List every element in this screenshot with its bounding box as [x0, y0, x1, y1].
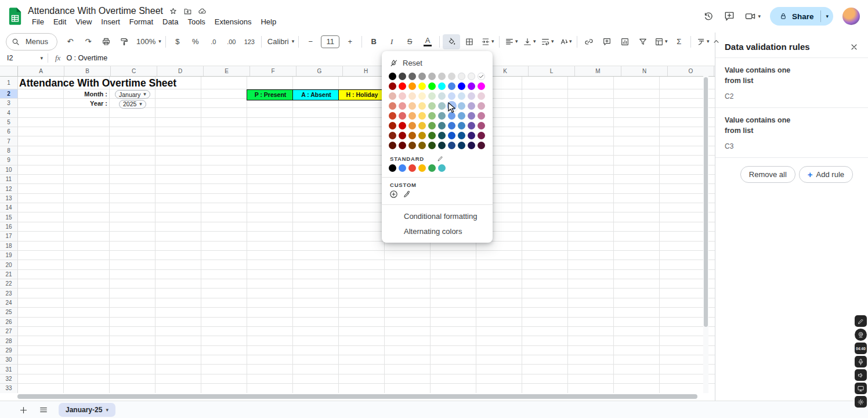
menu-extensions[interactable]: Extensions	[211, 17, 256, 27]
toolbar-merge-cells[interactable]: ▾	[479, 34, 496, 49]
color-swatch[interactable]	[408, 122, 416, 129]
toolbar-paint-format[interactable]	[115, 34, 133, 49]
color-swatch[interactable]	[418, 112, 426, 120]
row-header-3[interactable]: 3	[0, 99, 18, 108]
row-header-23[interactable]: 23	[0, 289, 18, 298]
color-swatch[interactable]	[458, 102, 465, 110]
toolbar-more-formats[interactable]: 123	[241, 34, 258, 49]
toolbar-horizontal-align[interactable]: ▾	[502, 34, 520, 49]
color-swatch[interactable]	[408, 92, 416, 100]
sheets-logo[interactable]	[8, 7, 22, 26]
color-swatch[interactable]	[468, 73, 475, 80]
menu-format[interactable]: Format	[125, 17, 157, 27]
column-header-B[interactable]: B	[64, 66, 111, 76]
grid-row[interactable]	[18, 242, 715, 251]
color-swatch[interactable]	[399, 82, 406, 90]
toolbar-format-percent[interactable]: %	[187, 34, 204, 49]
toolbar-menus[interactable]: Menus	[6, 33, 57, 51]
recorder-speaker-button[interactable]	[855, 369, 867, 381]
color-swatch[interactable]	[458, 73, 465, 80]
color-swatch[interactable]	[428, 73, 436, 80]
row-header-9[interactable]: 9	[0, 156, 18, 165]
year-dropdown[interactable]: 2025 ▾	[119, 100, 146, 109]
color-swatch[interactable]	[389, 142, 396, 149]
color-swatch[interactable]	[448, 82, 455, 90]
grid-row[interactable]	[18, 175, 715, 184]
row-header-29[interactable]: 29	[0, 346, 18, 355]
color-swatch[interactable]	[418, 92, 426, 100]
row-header-33[interactable]: 33	[0, 384, 18, 393]
grid-row[interactable]	[18, 260, 715, 269]
color-swatch[interactable]	[448, 92, 455, 100]
color-swatch[interactable]	[399, 122, 406, 129]
name-box[interactable]: I2 ▾	[0, 54, 48, 62]
menu-file[interactable]: File	[28, 17, 48, 27]
scroll-thumb[interactable]	[704, 77, 708, 327]
grid-row[interactable]	[18, 327, 715, 336]
color-swatch[interactable]	[448, 112, 455, 120]
color-swatch[interactable]	[468, 132, 475, 139]
row-header-16[interactable]: 16	[0, 222, 18, 232]
grid-row[interactable]	[18, 365, 715, 374]
color-swatch[interactable]	[428, 102, 436, 110]
grid-row[interactable]	[18, 279, 715, 289]
grid-row[interactable]	[18, 118, 715, 127]
sheet-tab-active[interactable]: January-25 ▾	[59, 403, 115, 417]
vertical-scrollbar[interactable]	[703, 76, 708, 393]
color-swatch[interactable]	[458, 132, 465, 139]
toolbar-insert-link[interactable]	[580, 34, 598, 49]
color-swatch[interactable]	[458, 142, 465, 149]
move-folder-icon[interactable]	[183, 7, 192, 16]
column-header-C[interactable]: C	[111, 66, 157, 76]
menu-view[interactable]: View	[71, 17, 96, 27]
toolbar-insert-comment[interactable]	[598, 34, 616, 49]
grid-row[interactable]	[18, 184, 715, 193]
remove-all-button[interactable]: Remove all	[740, 166, 795, 183]
toolbar-font[interactable]: Calibri▾	[265, 34, 295, 49]
row-header-10[interactable]: 10	[0, 165, 18, 175]
toolbar-undo[interactable]: ↶	[62, 34, 79, 49]
color-swatch[interactable]	[399, 92, 406, 100]
menu-tools[interactable]: Tools	[183, 17, 209, 27]
toolbar-text-rotation[interactable]: ▾	[556, 34, 574, 49]
color-swatch[interactable]	[478, 82, 485, 90]
row-header-24[interactable]: 24	[0, 298, 18, 308]
grid-row[interactable]	[18, 136, 715, 146]
legend-holiday-cell[interactable]: H : Holiday	[338, 89, 386, 100]
all-sheets-icon[interactable]	[39, 405, 48, 415]
grid-row[interactable]	[18, 270, 715, 279]
color-swatch[interactable]	[418, 73, 426, 80]
standard-color-swatch[interactable]	[399, 164, 406, 172]
grid-row[interactable]	[18, 212, 715, 222]
grid-row[interactable]	[18, 194, 715, 203]
row-header-12[interactable]: 12	[0, 184, 18, 193]
color-swatch[interactable]	[468, 92, 475, 100]
add-rule-button[interactable]: + Add rule	[799, 166, 853, 183]
recorder-timer-button[interactable]: 04:40	[855, 343, 867, 354]
row-header-31[interactable]: 31	[0, 365, 18, 374]
grid-row[interactable]	[18, 289, 715, 298]
row-header-8[interactable]: 8	[0, 146, 18, 156]
recorder-pen-button[interactable]	[855, 315, 867, 327]
scroll-thumb[interactable]	[17, 394, 697, 399]
color-swatch[interactable]	[448, 122, 455, 129]
column-header-D[interactable]: D	[157, 66, 204, 76]
row-header-25[interactable]: 25	[0, 308, 18, 317]
share-chevron-icon[interactable]: ▾	[826, 14, 829, 19]
grid-row[interactable]	[18, 384, 715, 393]
meet-button[interactable]: ▾	[744, 10, 761, 22]
toolbar-insert-chart[interactable]	[616, 34, 634, 49]
row-header-13[interactable]: 13	[0, 194, 18, 203]
row-header-19[interactable]: 19	[0, 251, 18, 260]
grid-row[interactable]	[18, 346, 715, 355]
grid-row[interactable]	[18, 77, 715, 89]
toolbar-text-color[interactable]: A	[419, 34, 436, 49]
row-header-15[interactable]: 15	[0, 212, 18, 222]
color-swatch[interactable]	[468, 122, 475, 129]
color-swatch[interactable]	[438, 92, 446, 100]
color-swatch[interactable]	[399, 112, 406, 120]
color-swatch[interactable]	[447, 101, 457, 111]
color-swatch[interactable]	[438, 73, 446, 80]
version-history-icon[interactable]	[703, 10, 714, 22]
column-header-F[interactable]: F	[250, 66, 296, 76]
